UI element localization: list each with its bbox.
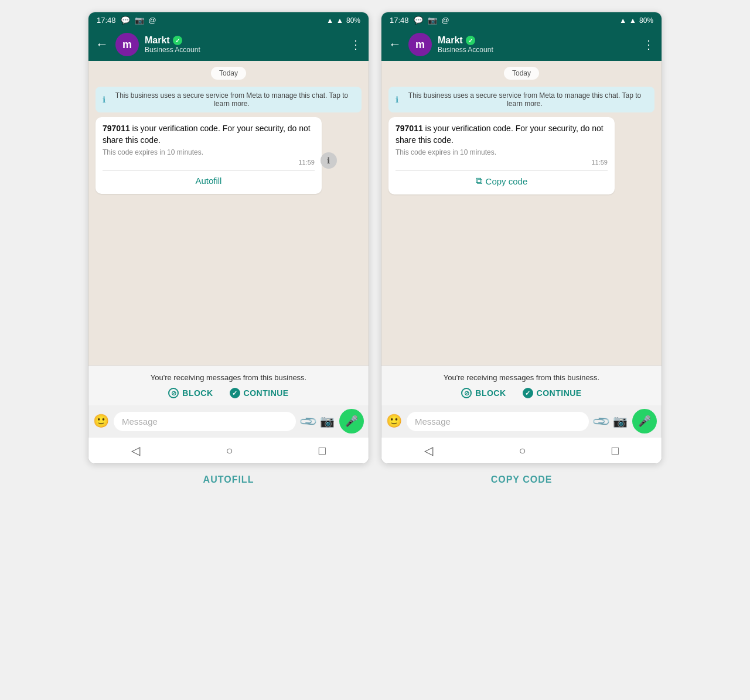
left-message-text: 797011 is your verification code. For yo… [103,123,315,146]
right-camera-button[interactable]: 📷 [613,414,628,428]
right-block-label: BLOCK [475,388,506,398]
right-notice-text: You're receiving messages from this busi… [388,373,654,382]
right-divider [396,170,608,171]
left-block-icon: ⊘ [168,388,179,398]
right-message-subtext: This code expires in 10 minutes. [396,148,608,156]
right-continue-label: CONTINUE [537,388,582,398]
right-phone-container: 17:48 💬 📷 @ ▲ ▲ 80% ← m [381,12,662,485]
left-info-circle[interactable]: ℹ [321,152,337,169]
right-signal-icon: ▲ [629,16,636,25]
left-signal-icon: ▲ [336,16,343,25]
right-subtitle: Business Account [438,46,637,54]
right-status-left: 17:48 💬 📷 @ [390,16,449,25]
right-back-button[interactable]: ← [388,37,401,52]
right-message-text: 797011 is your verification code. For yo… [396,123,608,146]
right-message-time: 11:59 [396,159,608,166]
right-mic-button[interactable]: 🎤 [632,409,657,433]
right-info-banner-text: This business uses a secure service from… [402,91,647,108]
left-chat-area: Today ℹ This business uses a secure serv… [88,61,369,366]
left-nav-bar: ◁ ○ □ [88,437,369,463]
right-info-banner[interactable]: ℹ This business uses a secure service fr… [388,87,654,112]
right-bubble-wrapper: 797011 is your verification code. For yo… [388,117,654,194]
right-nav-recent[interactable]: □ [612,444,619,457]
left-wifi-icon: ▲ [326,16,333,25]
left-bottom-notice: You're receiving messages from this busi… [88,366,369,405]
left-block-button[interactable]: ⊘ BLOCK [168,388,213,398]
left-status-left: 17:48 💬 📷 @ [97,16,156,25]
left-info-banner-text: This business uses a secure service from… [109,91,354,108]
left-message-time: 11:59 [103,159,315,166]
right-continue-icon: ✓ [523,388,533,398]
left-message-subtext: This code expires in 10 minutes. [103,148,315,156]
left-back-button[interactable]: ← [96,37,108,52]
right-placeholder: Message [415,416,451,426]
left-date-badge: Today [211,67,246,80]
right-message-input[interactable]: Message [407,412,589,431]
left-divider [103,170,315,171]
right-message-bubble: 797011 is your verification code. For yo… [388,117,615,194]
right-phone-label: COPY CODE [491,474,553,485]
right-nav-back[interactable]: ◁ [424,443,433,457]
left-bubble-wrapper: 797011 is your verification code. For yo… [96,117,362,194]
left-phone-container: 17:48 💬 📷 @ ▲ ▲ 80% ← m [88,12,369,485]
right-bottom-notice: You're receiving messages from this busi… [381,366,662,405]
left-mic-button[interactable]: 🎤 [339,409,364,433]
left-emoji-button[interactable]: 🙂 [93,414,109,429]
right-chat-header: ← m Markt ✓ Business Account ⋮ [381,28,662,61]
left-subtitle: Business Account [145,46,344,54]
left-placeholder: Message [122,416,158,426]
right-date-badge: Today [504,67,539,80]
left-continue-button[interactable]: ✓ CONTINUE [230,388,289,398]
left-status-bar: 17:48 💬 📷 @ ▲ ▲ 80% [88,12,369,28]
left-verified-icon: ✓ [173,36,182,45]
right-continue-button[interactable]: ✓ CONTINUE [523,388,582,398]
left-camera-button[interactable]: 📷 [320,414,335,428]
right-block-button[interactable]: ⊘ BLOCK [461,388,506,398]
right-avatar: m [408,33,432,56]
right-attach-button[interactable]: 📎 [591,411,611,432]
left-phone: 17:48 💬 📷 @ ▲ ▲ 80% ← m [88,12,369,464]
right-header-info: Markt ✓ Business Account [438,35,637,54]
right-emoji-button[interactable]: 🙂 [386,414,402,429]
right-nav-bar: ◁ ○ □ [381,437,662,463]
right-instagram-icon: 📷 [428,16,437,25]
right-more-button[interactable]: ⋮ [643,37,654,52]
right-verified-icon: ✓ [466,36,475,45]
right-input-bar: 🙂 Message 📎 📷 🎤 [381,405,662,437]
right-status-bar: 17:48 💬 📷 @ ▲ ▲ 80% [381,12,662,28]
left-whatsapp-icon: 💬 [121,16,130,25]
left-input-bar: 🙂 Message 📎 📷 🎤 [88,405,369,437]
right-time: 17:48 [390,16,409,25]
right-header-name: Markt ✓ [438,35,637,46]
left-more-button[interactable]: ⋮ [350,37,362,52]
right-battery: 80% [639,16,653,25]
left-time: 17:48 [97,16,116,25]
left-continue-icon: ✓ [230,388,240,398]
left-nav-back[interactable]: ◁ [131,443,140,457]
left-bottom-actions: ⊘ BLOCK ✓ CONTINUE [96,388,362,398]
right-phone: 17:48 💬 📷 @ ▲ ▲ 80% ← m [381,12,662,464]
left-block-label: BLOCK [182,388,213,398]
right-status-right: ▲ ▲ 80% [619,16,653,25]
right-nav-home[interactable]: ○ [519,444,526,457]
page-wrapper: 17:48 💬 📷 @ ▲ ▲ 80% ← m [12,12,738,485]
left-header-info: Markt ✓ Business Account [145,35,344,54]
left-message-input[interactable]: Message [114,412,296,431]
left-autofill-button[interactable]: Autofill [103,173,315,188]
left-continue-label: CONTINUE [244,388,289,398]
left-attach-button[interactable]: 📎 [298,411,318,432]
right-action-label: Copy code [486,176,528,186]
phones-row: 17:48 💬 📷 @ ▲ ▲ 80% ← m [88,12,662,485]
left-nav-recent[interactable]: □ [319,444,326,457]
left-battery: 80% [346,16,360,25]
left-header-name: Markt ✓ [145,35,344,46]
right-at-icon: @ [442,16,449,25]
right-copy-code-button[interactable]: ⧉ Copy code [396,173,608,189]
left-nav-home[interactable]: ○ [226,444,233,457]
left-at-icon: @ [149,16,156,25]
left-message-bubble: 797011 is your verification code. For yo… [96,117,322,194]
left-info-banner[interactable]: ℹ This business uses a secure service fr… [96,87,362,112]
right-bottom-actions: ⊘ BLOCK ✓ CONTINUE [388,388,654,398]
right-info-icon: ℹ [396,95,398,104]
left-chat-header: ← m Markt ✓ Business Account ⋮ [88,28,369,61]
